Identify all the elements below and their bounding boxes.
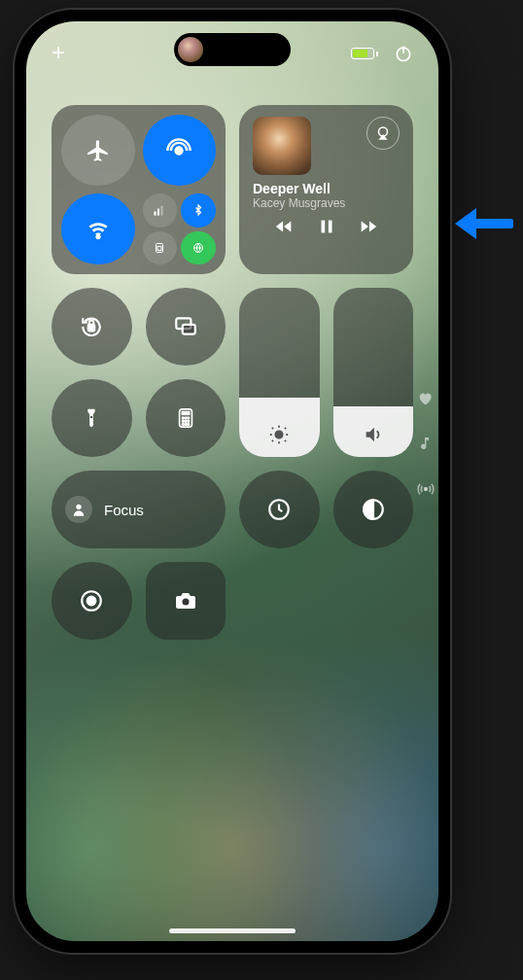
svg-rect-6 (161, 206, 163, 216)
dynamic-island-album-icon (178, 37, 203, 62)
wifi-toggle[interactable] (61, 193, 135, 264)
svg-point-43 (425, 488, 428, 491)
screen-record-button[interactable] (52, 562, 132, 640)
page-indicator-rail[interactable] (417, 391, 435, 498)
timer-button[interactable] (239, 471, 320, 548)
track-artist: Kacey Musgraves (253, 196, 400, 210)
orientation-lock-button[interactable] (52, 288, 132, 366)
focus-button[interactable]: Focus (52, 471, 226, 548)
svg-point-30 (188, 417, 190, 419)
bluetooth-icon[interactable] (181, 193, 216, 228)
iphone-frame: + (15, 10, 450, 953)
svg-rect-8 (157, 246, 161, 250)
svg-line-22 (285, 440, 286, 441)
track-title: Deeper Well (253, 181, 400, 196)
svg-rect-15 (183, 325, 195, 334)
svg-rect-4 (155, 212, 157, 216)
power-icon[interactable] (394, 44, 413, 63)
svg-line-23 (272, 440, 273, 441)
brightness-slider[interactable] (239, 288, 320, 457)
volume-slider[interactable] (333, 288, 414, 457)
svg-rect-12 (328, 221, 331, 233)
broadcast-icon[interactable] (417, 480, 435, 498)
svg-point-16 (276, 431, 283, 438)
now-playing-panel[interactable]: Deeper Well Kacey Musgraves (239, 105, 413, 274)
svg-rect-5 (157, 209, 159, 216)
dynamic-island[interactable] (174, 33, 291, 66)
flashlight-button[interactable] (52, 379, 132, 457)
status-right-cluster (351, 39, 413, 68)
dark-mode-button[interactable] (333, 471, 414, 548)
svg-line-21 (272, 428, 273, 429)
airplane-mode-toggle[interactable] (61, 115, 135, 186)
screen-mirroring-button[interactable] (146, 288, 227, 366)
connectivity-panel[interactable] (52, 105, 226, 274)
svg-point-36 (188, 424, 190, 426)
svg-point-37 (76, 505, 81, 509)
focus-person-icon (65, 496, 92, 523)
svg-point-3 (96, 235, 99, 238)
focus-label: Focus (104, 502, 144, 518)
svg-point-2 (176, 147, 183, 154)
add-control-button[interactable]: + (52, 39, 65, 68)
brightness-icon (268, 424, 290, 445)
music-note-icon[interactable] (417, 436, 435, 451)
calculator-button[interactable] (146, 379, 227, 457)
svg-point-35 (185, 424, 187, 426)
svg-point-29 (185, 417, 187, 419)
svg-point-28 (182, 417, 184, 419)
connectivity-mini-cluster[interactable] (143, 193, 217, 264)
cellular-icon[interactable] (143, 193, 178, 228)
sim-icon[interactable] (143, 231, 178, 265)
svg-point-31 (182, 420, 184, 422)
personal-hotspot-icon[interactable] (181, 231, 216, 265)
home-indicator[interactable] (169, 928, 296, 933)
control-center-screen: + (26, 21, 438, 941)
svg-line-24 (285, 428, 286, 429)
volume-icon (363, 424, 384, 445)
svg-point-33 (188, 420, 190, 422)
battery-indicator (351, 48, 378, 59)
camera-button[interactable] (146, 562, 227, 640)
svg-point-25 (90, 416, 92, 418)
svg-rect-13 (88, 325, 95, 332)
airplay-button[interactable] (366, 117, 400, 150)
airdrop-toggle[interactable] (143, 115, 217, 186)
play-pause-button[interactable] (316, 216, 337, 237)
callout-arrow-icon (455, 206, 513, 241)
svg-point-42 (182, 599, 189, 606)
svg-rect-27 (182, 412, 189, 415)
heart-icon[interactable] (417, 391, 435, 406)
svg-point-41 (87, 597, 96, 606)
svg-point-32 (185, 420, 187, 422)
svg-point-34 (182, 424, 184, 426)
previous-track-button[interactable] (273, 216, 295, 237)
next-track-button[interactable] (358, 216, 379, 237)
svg-rect-44 (472, 219, 513, 228)
album-art (253, 117, 311, 175)
svg-rect-11 (321, 221, 325, 233)
